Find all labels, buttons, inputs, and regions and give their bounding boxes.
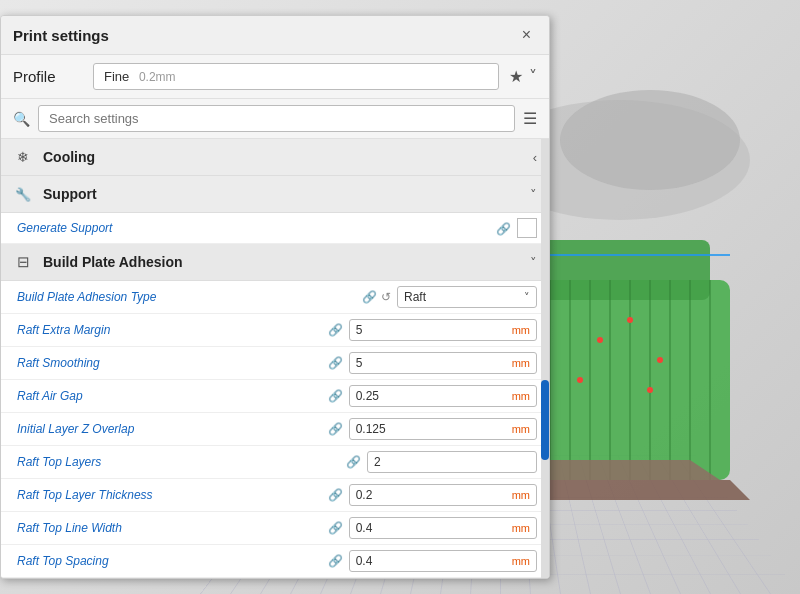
search-input[interactable] (38, 105, 515, 132)
raft-air-gap-item: Raft Air Gap 🔗 mm (1, 380, 549, 413)
raft-smoothing-input[interactable] (350, 353, 512, 373)
build-plate-title: Build Plate Adhesion (43, 254, 530, 270)
raft-air-gap-value: mm (349, 385, 537, 407)
raft-top-line-width-value: mm (349, 517, 537, 539)
raft-top-layer-thickness-unit: mm (512, 486, 536, 504)
raft-extra-margin-value: mm (349, 319, 537, 341)
build-plate-icon: ⊟ (13, 252, 33, 272)
build-plate-type-dropdown[interactable]: Raft ˅ (397, 286, 537, 308)
raft-top-layer-thickness-input[interactable] (350, 485, 512, 505)
raft-top-layers-actions: 🔗 (346, 455, 361, 469)
raft-extra-margin-actions: 🔗 (328, 323, 343, 337)
raft-top-line-width-label: Raft Top Line Width (17, 521, 328, 535)
build-plate-type-actions: 🔗 ↺ (362, 290, 391, 304)
initial-layer-z-input[interactable] (350, 419, 512, 439)
raft-air-gap-input[interactable] (350, 386, 512, 406)
svg-point-1 (560, 90, 740, 190)
svg-marker-13 (520, 460, 720, 480)
support-title: Support (43, 186, 530, 202)
close-button[interactable]: × (516, 24, 537, 46)
generate-support-item: Generate Support 🔗 (1, 213, 549, 244)
build-plate-type-item: Build Plate Adhesion Type 🔗 ↺ Raft ˅ (1, 281, 549, 314)
raft-smoothing-item: Raft Smoothing 🔗 mm (1, 347, 549, 380)
initial-layer-z-label: Initial Layer Z Overlap (17, 422, 328, 436)
link-icon-thickness[interactable]: 🔗 (328, 488, 343, 502)
raft-top-line-width-input[interactable] (350, 518, 512, 538)
raft-top-spacing-item: Raft Top Spacing 🔗 mm (1, 545, 549, 578)
initial-layer-z-unit: mm (512, 420, 536, 438)
link-icon-air-gap[interactable]: 🔗 (328, 389, 343, 403)
profile-label: Profile (13, 68, 83, 85)
raft-top-line-width-unit: mm (512, 519, 536, 537)
build-plate-section-header[interactable]: ⊟ Build Plate Adhesion ˅ (1, 244, 549, 281)
raft-smoothing-unit: mm (512, 354, 536, 372)
support-section-header[interactable]: 🔧 Support ˅ (1, 176, 549, 213)
search-icon: 🔍 (13, 111, 30, 127)
raft-top-layer-thickness-value: mm (349, 484, 537, 506)
profile-hint: 0.2mm (139, 70, 176, 84)
link-icon-smoothing[interactable]: 🔗 (328, 356, 343, 370)
raft-top-layers-input[interactable] (368, 452, 530, 472)
initial-layer-z-actions: 🔗 (328, 422, 343, 436)
generate-support-label: Generate Support (17, 221, 496, 235)
print-settings-panel: Print settings × Profile Fine 0.2mm ★ ˅ … (0, 15, 550, 579)
profile-row: Profile Fine 0.2mm ★ ˅ (1, 55, 549, 99)
raft-top-layers-unit (530, 459, 536, 465)
profile-icons: ★ ˅ (509, 67, 537, 86)
raft-top-layer-thickness-actions: 🔗 (328, 488, 343, 502)
link-icon[interactable]: 🔗 (496, 222, 511, 236)
raft-extra-margin-label: Raft Extra Margin (17, 323, 328, 337)
raft-smoothing-value: mm (349, 352, 537, 374)
raft-top-layers-item: Raft Top Layers 🔗 (1, 446, 549, 479)
raft-extra-margin-item: Raft Extra Margin 🔗 mm (1, 314, 549, 347)
build-plate-type-label: Build Plate Adhesion Type (17, 290, 362, 304)
svg-point-16 (627, 317, 633, 323)
cooling-icon: ❄ (13, 147, 33, 167)
support-icon: 🔧 (13, 184, 33, 204)
raft-top-spacing-unit: mm (512, 552, 536, 570)
scrollbar[interactable] (541, 139, 549, 578)
cooling-title: Cooling (43, 149, 533, 165)
panel-title: Print settings (13, 27, 109, 44)
raft-top-spacing-input[interactable] (350, 551, 512, 571)
raft-top-spacing-value: mm (349, 550, 537, 572)
raft-smoothing-label: Raft Smoothing (17, 356, 328, 370)
raft-top-line-width-actions: 🔗 (328, 521, 343, 535)
raft-top-line-width-item: Raft Top Line Width 🔗 mm (1, 512, 549, 545)
link-icon-spacing[interactable]: 🔗 (328, 554, 343, 568)
menu-icon[interactable]: ☰ (523, 109, 537, 128)
raft-smoothing-actions: 🔗 (328, 356, 343, 370)
profile-value: Fine (104, 69, 129, 84)
raft-top-spacing-actions: 🔗 (328, 554, 343, 568)
build-plate-chevron: ˅ (530, 255, 537, 270)
profile-select[interactable]: Fine 0.2mm (93, 63, 499, 90)
raft-top-layers-value (367, 451, 537, 473)
svg-point-15 (597, 337, 603, 343)
raft-air-gap-label: Raft Air Gap (17, 389, 328, 403)
chevron-down-icon[interactable]: ˅ (529, 67, 537, 86)
raft-top-layer-thickness-item: Raft Top Layer Thickness 🔗 mm (1, 479, 549, 512)
search-row: 🔍 ☰ (1, 99, 549, 139)
build-plate-type-value: Raft (404, 290, 524, 304)
reset-icon-type[interactable]: ↺ (381, 290, 391, 304)
link-icon-top-layers[interactable]: 🔗 (346, 455, 361, 469)
svg-point-17 (657, 357, 663, 363)
cooling-section-header[interactable]: ❄ Cooling ‹ (1, 139, 549, 176)
raft-extra-margin-input[interactable] (350, 320, 512, 340)
raft-top-spacing-label: Raft Top Spacing (17, 554, 328, 568)
star-icon[interactable]: ★ (509, 67, 523, 86)
dropdown-arrow: ˅ (524, 291, 530, 304)
initial-layer-z-value: mm (349, 418, 537, 440)
generate-support-actions: 🔗 (496, 221, 511, 236)
link-icon-margin[interactable]: 🔗 (328, 323, 343, 337)
scrollbar-thumb[interactable] (541, 380, 549, 460)
raft-top-layers-label: Raft Top Layers (17, 455, 346, 469)
raft-air-gap-unit: mm (512, 387, 536, 405)
link-icon-z-overlap[interactable]: 🔗 (328, 422, 343, 436)
generate-support-checkbox[interactable] (517, 218, 537, 238)
link-icon-line-width[interactable]: 🔗 (328, 521, 343, 535)
link-icon-type[interactable]: 🔗 (362, 290, 377, 304)
panel-header: Print settings × (1, 16, 549, 55)
svg-point-19 (647, 387, 653, 393)
svg-point-18 (577, 377, 583, 383)
